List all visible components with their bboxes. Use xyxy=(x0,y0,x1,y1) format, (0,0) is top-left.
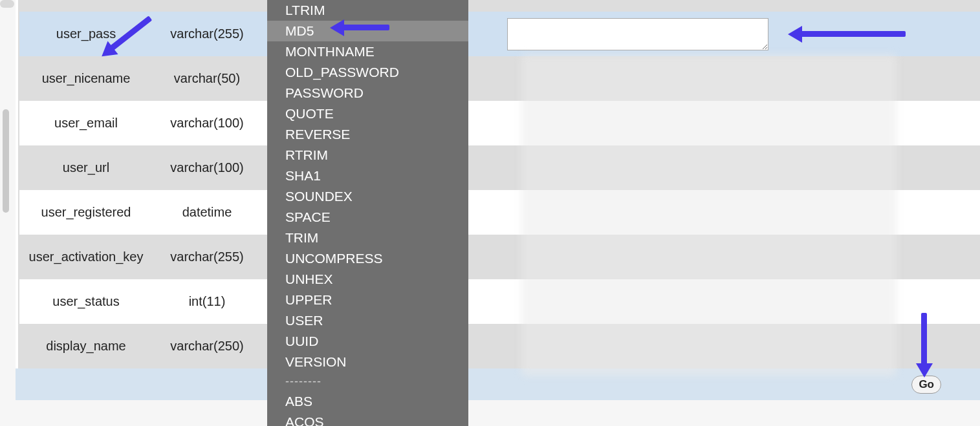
vertical-scroll-grip[interactable] xyxy=(3,109,9,213)
field-name-cell: user_status xyxy=(19,279,153,324)
function-option[interactable]: MD5 xyxy=(267,21,468,41)
function-option[interactable]: SHA1 xyxy=(267,165,468,186)
field-type-cell: varchar(50) xyxy=(153,56,261,101)
function-dropdown-separator: -------- xyxy=(285,375,468,389)
field-type-cell: varchar(100) xyxy=(153,145,261,190)
horizontal-scroll-grip[interactable] xyxy=(0,0,14,8)
go-button[interactable]: Go xyxy=(911,376,941,394)
redacted-values-overlay xyxy=(521,54,897,376)
field-type-cell: varchar(100) xyxy=(153,101,261,145)
field-type-cell: int(11) xyxy=(153,279,261,324)
function-option[interactable]: ACOS xyxy=(267,412,468,426)
field-type-cell xyxy=(153,0,261,12)
function-option[interactable]: PASSWORD xyxy=(267,83,468,103)
function-option[interactable]: USER xyxy=(267,310,468,331)
user-pass-value-input[interactable] xyxy=(507,18,768,50)
function-option[interactable]: VERSION xyxy=(267,352,468,372)
field-name-cell: user_nicename xyxy=(19,56,153,101)
field-name-cell: user_pass xyxy=(19,12,153,56)
table-row-user-pass[interactable]: user_pass varchar(255) xyxy=(16,12,980,56)
field-name-cell: user_registered xyxy=(19,190,153,235)
viewport: user_pass varchar(255) user_nicename var… xyxy=(0,0,980,426)
field-type-cell: varchar(255) xyxy=(153,12,261,56)
function-option[interactable]: REVERSE xyxy=(267,124,468,145)
function-option[interactable]: ABS xyxy=(267,391,468,412)
function-option[interactable]: RTRIM xyxy=(267,145,468,165)
function-dropdown[interactable]: LTRIMMD5MONTHNAMEOLD_PASSWORDPASSWORDQUO… xyxy=(267,0,468,426)
function-option[interactable]: QUOTE xyxy=(267,103,468,124)
field-name-cell xyxy=(19,0,153,12)
function-option[interactable]: TRIM xyxy=(267,228,468,248)
function-option[interactable]: SPACE xyxy=(267,207,468,228)
function-option[interactable]: SOUNDEX xyxy=(267,186,468,207)
function-option[interactable]: MONTHNAME xyxy=(267,41,468,62)
field-type-cell: varchar(255) xyxy=(153,235,261,279)
field-name-cell: user_activation_key xyxy=(19,235,153,279)
function-option[interactable]: UNHEX xyxy=(267,269,468,290)
function-option[interactable]: UPPER xyxy=(267,290,468,310)
field-name-cell: user_email xyxy=(19,101,153,145)
function-option[interactable]: OLD_PASSWORD xyxy=(267,62,468,83)
field-name-cell: user_url xyxy=(19,145,153,190)
field-type-cell: varchar(250) xyxy=(153,324,261,368)
function-option[interactable]: UNCOMPRESS xyxy=(267,248,468,269)
function-option[interactable]: UUID xyxy=(267,331,468,352)
field-name-cell: display_name xyxy=(19,324,153,368)
function-option[interactable]: LTRIM xyxy=(267,0,468,21)
table-row xyxy=(16,0,980,12)
field-type-cell: datetime xyxy=(153,190,261,235)
